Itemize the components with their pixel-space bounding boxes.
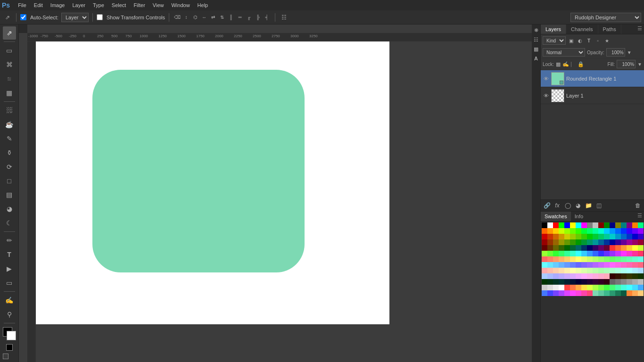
swatch-cell[interactable]: [593, 234, 598, 239]
swatch-cell[interactable]: [598, 262, 604, 268]
swatch-cell[interactable]: [638, 290, 644, 296]
swatch-cell[interactable]: [587, 256, 593, 262]
layers-panel-menu[interactable]: ☰: [636, 25, 644, 34]
swatch-cell[interactable]: [598, 279, 604, 285]
layer-visibility-1[interactable]: 👁: [543, 92, 549, 99]
filter-adj-icon[interactable]: ◐: [576, 37, 584, 44]
swatch-cell[interactable]: [593, 273, 598, 279]
swatch-cell[interactable]: [610, 222, 615, 228]
lock-position-icon[interactable]: ✍: [562, 61, 569, 67]
swatch-cell[interactable]: [627, 256, 632, 262]
swatch-cell[interactable]: [542, 234, 547, 239]
swatch-cell[interactable]: [610, 251, 615, 256]
align-top-btn[interactable]: ↔: [200, 13, 208, 22]
swatch-cell[interactable]: [547, 222, 553, 228]
swatch-cell[interactable]: [581, 256, 587, 262]
canvas-area[interactable]: -1000 -750 -500 -250 0 250 500 750 1000 …: [19, 25, 532, 362]
swatch-cell[interactable]: [627, 234, 632, 239]
crop-tool[interactable]: ▦: [3, 86, 16, 99]
swatch-cell[interactable]: [576, 228, 581, 234]
swatch-cell[interactable]: [542, 228, 547, 234]
swatch-cell[interactable]: [587, 285, 593, 290]
swatch-cell[interactable]: [547, 245, 553, 251]
swatch-cell[interactable]: [604, 239, 610, 245]
filter-pixel-icon[interactable]: ▣: [567, 37, 575, 44]
swatch-cell[interactable]: [610, 285, 615, 290]
filter-smart-icon[interactable]: ★: [603, 37, 611, 44]
tab-info[interactable]: Info: [571, 212, 587, 221]
swatch-cell[interactable]: [587, 239, 593, 245]
menu-view[interactable]: View: [149, 1, 167, 9]
swatch-cell[interactable]: [587, 290, 593, 296]
swatch-cell[interactable]: [604, 251, 610, 256]
swatch-cell[interactable]: [627, 290, 632, 296]
swatch-cell[interactable]: [621, 268, 627, 273]
align-center-v-btn[interactable]: ⇄: [209, 13, 217, 22]
swatch-cell[interactable]: [564, 234, 570, 239]
swatch-cell[interactable]: [559, 239, 564, 245]
additional-options-icon[interactable]: ☷: [279, 13, 289, 22]
swatch-cell[interactable]: [581, 268, 587, 273]
swatch-cell[interactable]: [621, 251, 627, 256]
swatch-cell[interactable]: [553, 279, 559, 285]
layer-effects-icon[interactable]: fx: [553, 201, 561, 210]
swatch-cell[interactable]: [593, 245, 598, 251]
swatch-cell[interactable]: [559, 290, 564, 296]
document-canvas[interactable]: [36, 41, 389, 324]
swatch-cell[interactable]: [570, 268, 576, 273]
swatch-cell[interactable]: [547, 239, 553, 245]
swatch-cell[interactable]: [638, 222, 644, 228]
swatch-cell[interactable]: [576, 256, 581, 262]
swatch-cell[interactable]: [627, 285, 632, 290]
swatch-cell[interactable]: [604, 256, 610, 262]
kind-select[interactable]: Kind: [543, 36, 566, 45]
swatch-cell[interactable]: [598, 290, 604, 296]
lock-all-icon[interactable]: 🔒: [578, 61, 584, 67]
swatch-cell[interactable]: [604, 262, 610, 268]
swatch-cell[interactable]: [570, 245, 576, 251]
tab-swatches[interactable]: Swatches: [541, 212, 571, 221]
swatch-cell[interactable]: [559, 285, 564, 290]
swatch-cell[interactable]: [542, 268, 547, 273]
swatch-cell[interactable]: [564, 245, 570, 251]
lock-artboard-icon[interactable]: ⎸: [571, 61, 576, 67]
swatch-cell[interactable]: [615, 245, 621, 251]
swatch-cell[interactable]: [576, 268, 581, 273]
swatch-cell[interactable]: [632, 262, 638, 268]
swatch-cell[interactable]: [570, 290, 576, 296]
swatch-cell[interactable]: [621, 228, 627, 234]
tab-layers[interactable]: Layers: [541, 25, 566, 34]
swatch-cell[interactable]: [615, 228, 621, 234]
swatch-cell[interactable]: [638, 273, 644, 279]
swatch-cell[interactable]: [632, 234, 638, 239]
eraser-tool[interactable]: □: [3, 174, 16, 188]
swatch-cell[interactable]: [576, 273, 581, 279]
swatch-cell[interactable]: [564, 228, 570, 234]
right-icon-2[interactable]: ☷: [532, 36, 540, 43]
menu-image[interactable]: Image: [47, 1, 68, 9]
swatch-cell[interactable]: [632, 245, 638, 251]
show-transform-checkbox[interactable]: [97, 14, 103, 20]
swatch-cell[interactable]: [593, 239, 598, 245]
swatch-cell[interactable]: [627, 251, 632, 256]
quick-mask-icon[interactable]: [6, 344, 13, 351]
shape-tool[interactable]: ▭: [3, 276, 16, 289]
filter-type-icon[interactable]: T: [585, 37, 593, 44]
swatch-cell[interactable]: [542, 279, 547, 285]
swatch-cell[interactable]: [587, 228, 593, 234]
swatch-cell[interactable]: [598, 251, 604, 256]
swatch-cell[interactable]: [621, 222, 627, 228]
swatch-cell[interactable]: [542, 285, 547, 290]
swatch-cell[interactable]: [621, 245, 627, 251]
swatch-cell[interactable]: [553, 268, 559, 273]
swatch-cell[interactable]: [598, 273, 604, 279]
swatch-cell[interactable]: [564, 285, 570, 290]
swatch-cell[interactable]: [581, 279, 587, 285]
link-layers-icon[interactable]: 🔗: [543, 201, 551, 210]
distribute-left-btn[interactable]: ║: [227, 13, 235, 22]
swatch-cell[interactable]: [587, 273, 593, 279]
swatch-cell[interactable]: [615, 234, 621, 239]
swatch-cell[interactable]: [547, 262, 553, 268]
swatch-cell[interactable]: [553, 222, 559, 228]
swatch-cell[interactable]: [547, 290, 553, 296]
